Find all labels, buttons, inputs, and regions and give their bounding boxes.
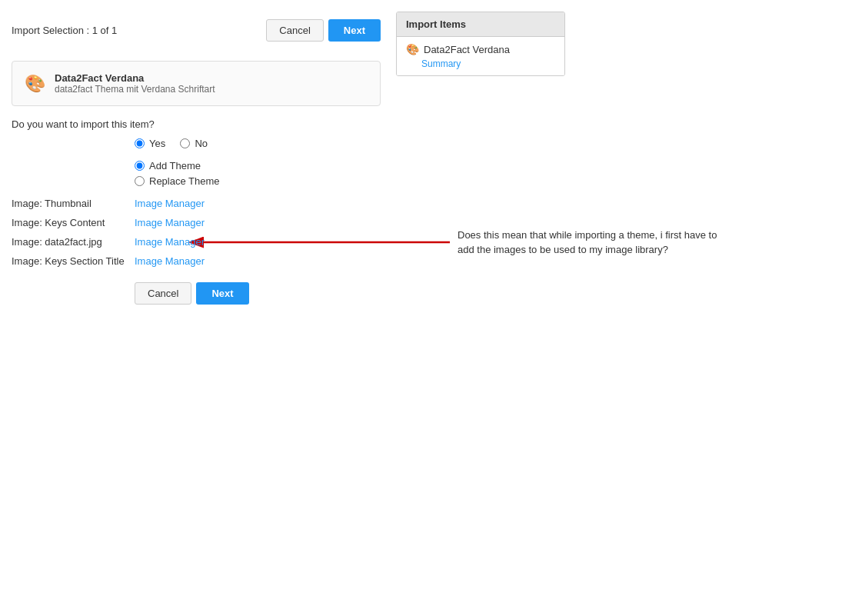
image-manager-link-data2fact[interactable]: Image Manager <box>135 236 205 248</box>
image-rows-container: Image: Thumbnail Image Manager Image: Ke… <box>12 198 381 267</box>
no-radio[interactable] <box>180 138 190 148</box>
theme-action-radio-group: Add Theme Replace Theme <box>135 160 381 187</box>
image-row-keys-content: Image: Keys Content Image Manager <box>12 217 381 228</box>
annotation-text: Does this mean that while importing a th… <box>458 227 734 257</box>
replace-theme-row: Replace Theme <box>135 175 381 187</box>
image-row-thumbnail: Image: Thumbnail Image Manager <box>12 198 381 209</box>
bottom-actions: Cancel Next <box>12 282 381 305</box>
add-theme-row: Add Theme <box>135 160 381 171</box>
add-theme-radio[interactable] <box>135 161 145 171</box>
bottom-cancel-button[interactable]: Cancel <box>135 282 191 305</box>
image-label-keys-section-title: Image: Keys Section Title <box>12 255 135 267</box>
replace-theme-label: Replace Theme <box>149 175 220 187</box>
yes-label: Yes <box>149 138 165 149</box>
image-label-keys-content: Image: Keys Content <box>12 217 135 228</box>
no-label: No <box>195 138 208 149</box>
theme-icon: 🎨 <box>25 74 45 94</box>
yes-radio-row: Yes No <box>135 138 381 149</box>
theme-name: Data2Fact Verdana <box>55 72 215 84</box>
header-next-button[interactable]: Next <box>328 19 381 42</box>
image-label-thumbnail: Image: Thumbnail <box>12 198 135 209</box>
import-question: Do you want to import this item? <box>12 118 381 130</box>
theme-info: Data2Fact Verdana data2fact Thema mit Ve… <box>55 72 215 95</box>
import-item-summary[interactable]: Summary <box>421 58 555 69</box>
image-row-keys-section-title: Image: Keys Section Title Image Manager <box>12 255 381 267</box>
import-items-panel: Import Items 🎨 Data2Fact Verdana Summary <box>396 12 565 76</box>
theme-card: 🎨 Data2Fact Verdana data2fact Thema mit … <box>12 61 381 106</box>
header-cancel-button[interactable]: Cancel <box>266 19 323 42</box>
replace-theme-radio[interactable] <box>135 176 145 186</box>
import-item-name-row: 🎨 Data2Fact Verdana <box>406 43 555 55</box>
image-row-data2fact: Image: data2fact.jpg Image Manager <box>12 236 205 248</box>
import-item-icon: 🎨 <box>406 43 419 55</box>
yes-radio[interactable] <box>135 138 145 148</box>
import-selection-title: Import Selection : 1 of 1 <box>12 25 117 36</box>
import-item-name: Data2Fact Verdana <box>424 44 510 55</box>
right-panel: Import Items 🎨 Data2Fact Verdana Summary <box>396 12 565 305</box>
header-bar: Import Selection : 1 of 1 Cancel Next <box>12 12 381 49</box>
header-actions: Cancel Next <box>266 19 381 42</box>
import-item: 🎨 Data2Fact Verdana Summary <box>397 37 564 75</box>
import-items-header: Import Items <box>397 12 564 37</box>
yes-no-radio-group: Yes No <box>135 138 381 149</box>
add-theme-label: Add Theme <box>149 160 201 171</box>
image-manager-link-keys-section-title[interactable]: Image Manager <box>135 255 205 267</box>
image-label-data2fact: Image: data2fact.jpg <box>12 236 135 248</box>
image-manager-link-thumbnail[interactable]: Image Manager <box>135 198 205 209</box>
image-manager-link-keys-content[interactable]: Image Manager <box>135 217 205 228</box>
theme-description: data2fact Thema mit Verdana Schriftart <box>55 84 215 95</box>
bottom-next-button[interactable]: Next <box>196 282 248 305</box>
